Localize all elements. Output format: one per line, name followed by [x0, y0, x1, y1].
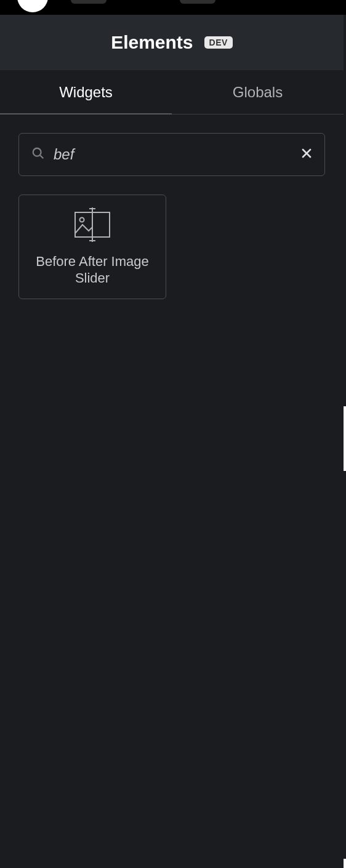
clear-search-button[interactable] — [301, 148, 312, 161]
app-logo-circle — [17, 0, 48, 12]
top-bar-control-2[interactable] — [180, 0, 215, 4]
widgets-grid: Before After Image Slider — [18, 195, 325, 299]
search-container — [18, 133, 325, 176]
svg-point-0 — [33, 148, 41, 156]
panel-content: Before After Image Slider — [0, 115, 344, 318]
top-bar-control-1[interactable] — [71, 0, 107, 4]
svg-point-8 — [80, 217, 84, 222]
dev-badge: DEV — [204, 36, 233, 49]
elements-panel: Elements DEV Widgets Globals — [0, 15, 344, 318]
tab-widgets-label: Widgets — [59, 84, 113, 101]
before-after-slider-icon — [74, 207, 111, 242]
right-edge-indicator — [344, 406, 346, 471]
panel-header: Elements DEV — [0, 15, 344, 70]
widget-label: Before After Image Slider — [31, 253, 153, 287]
tab-globals-label: Globals — [233, 84, 283, 101]
panel-tabs: Widgets Globals — [0, 70, 344, 115]
svg-line-1 — [40, 155, 43, 158]
tab-widgets[interactable]: Widgets — [0, 70, 172, 114]
top-app-bar — [0, 0, 346, 15]
search-input[interactable] — [54, 146, 301, 163]
search-icon — [31, 147, 54, 163]
panel-title: Elements — [111, 32, 193, 53]
tab-globals[interactable]: Globals — [172, 70, 344, 114]
widget-before-after-image-slider[interactable]: Before After Image Slider — [18, 195, 166, 299]
right-edge-indicator-2 — [344, 859, 346, 868]
